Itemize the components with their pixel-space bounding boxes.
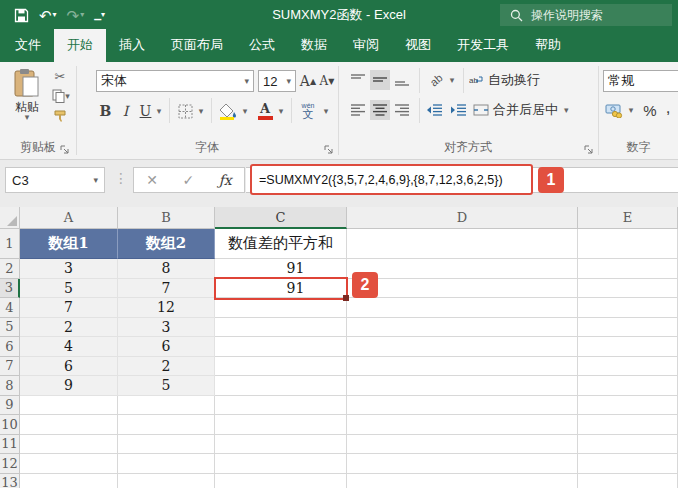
row-header-11[interactable]: 11 — [0, 435, 20, 455]
cell-E4[interactable] — [578, 298, 678, 318]
cell-D4[interactable] — [347, 298, 578, 318]
borders-button[interactable] — [175, 100, 195, 122]
align-middle-button[interactable] — [370, 70, 390, 90]
fill-color-button[interactable] — [217, 100, 239, 122]
cut-button[interactable]: ✂ — [50, 68, 70, 84]
cell-B9[interactable] — [118, 396, 215, 416]
cell-C5[interactable] — [215, 318, 347, 338]
cell-E8[interactable] — [578, 376, 678, 396]
row-header-12[interactable]: 12 — [0, 454, 20, 474]
font-color-button[interactable]: A — [255, 100, 275, 122]
cell-D12[interactable] — [347, 454, 578, 474]
cell-D13[interactable] — [347, 474, 578, 488]
percent-style-button[interactable]: % — [641, 100, 659, 120]
cell-E1[interactable] — [578, 229, 678, 259]
phonetic-guide-button[interactable]: wén 文 — [297, 99, 319, 123]
increase-indent-button[interactable] — [447, 100, 469, 120]
cell-E2[interactable] — [578, 259, 678, 279]
customize-qat-button[interactable]: ▁▾ — [94, 11, 105, 20]
font-name-combo[interactable]: 宋体▾ — [96, 70, 254, 92]
row-header-5[interactable]: 5 — [0, 318, 20, 338]
cell-D2[interactable] — [347, 259, 578, 279]
row-header-10[interactable]: 10 — [0, 415, 20, 435]
cell-A5[interactable]: 2 — [20, 318, 118, 338]
tab-insert[interactable]: 插入 — [106, 29, 158, 62]
cell-C13[interactable] — [215, 474, 347, 488]
enter-button[interactable]: ✓ — [182, 172, 194, 188]
cell-D8[interactable] — [347, 376, 578, 396]
cell-E12[interactable] — [578, 454, 678, 474]
row-header-3[interactable]: 3 — [0, 279, 20, 299]
cell-D9[interactable] — [347, 396, 578, 416]
cell-C11[interactable] — [215, 435, 347, 455]
cell-E10[interactable] — [578, 415, 678, 435]
tab-formulas[interactable]: 公式 — [236, 29, 288, 62]
cell-A10[interactable] — [20, 415, 118, 435]
row-header-9[interactable]: 9 — [0, 396, 20, 416]
cell-D11[interactable] — [347, 435, 578, 455]
borders-dropdown[interactable]: ▾ — [196, 100, 206, 122]
cell-B1[interactable]: 数组2 — [118, 229, 215, 259]
cell-C7[interactable] — [215, 357, 347, 377]
tab-file[interactable]: 文件 — [2, 29, 54, 62]
name-box-dropdown[interactable]: ▾ — [93, 175, 98, 185]
cell-A4[interactable]: 7 — [20, 298, 118, 318]
paste-button[interactable]: 粘贴 ▾ — [8, 66, 46, 124]
decrease-indent-button[interactable] — [423, 100, 445, 120]
cell-D5[interactable] — [347, 318, 578, 338]
align-left-button[interactable] — [348, 100, 368, 120]
cell-A11[interactable] — [20, 435, 118, 455]
cell-D7[interactable] — [347, 357, 578, 377]
cell-E11[interactable] — [578, 435, 678, 455]
row-header-2[interactable]: 2 — [0, 259, 20, 279]
cell-B6[interactable]: 6 — [118, 337, 215, 357]
cell-E6[interactable] — [578, 337, 678, 357]
underline-button[interactable]: U — [137, 100, 154, 122]
orientation-dropdown[interactable]: ▾ — [447, 70, 457, 90]
undo-button[interactable]: ↶▾ — [39, 8, 57, 23]
decrease-font-button[interactable]: A▼ — [318, 70, 336, 92]
name-box[interactable]: C3 ▾ — [5, 167, 105, 193]
italic-button[interactable]: I — [117, 100, 134, 122]
cell-D3[interactable] — [347, 279, 578, 299]
tab-view[interactable]: 视图 — [392, 29, 444, 62]
font-dialog-launcher[interactable] — [324, 145, 334, 155]
orientation-button[interactable]: ab — [425, 70, 447, 90]
cell-C8[interactable] — [215, 376, 347, 396]
cell-B10[interactable] — [118, 415, 215, 435]
cell-C9[interactable] — [215, 396, 347, 416]
row-header-8[interactable]: 8 — [0, 376, 20, 396]
save-icon[interactable] — [14, 8, 29, 23]
cell-A6[interactable]: 4 — [20, 337, 118, 357]
tab-help[interactable]: 帮助 — [522, 29, 574, 62]
cell-E13[interactable] — [578, 474, 678, 488]
cell-B4[interactable]: 12 — [118, 298, 215, 318]
cell-D10[interactable] — [347, 415, 578, 435]
cell-E9[interactable] — [578, 396, 678, 416]
cell-A12[interactable] — [20, 454, 118, 474]
tab-data[interactable]: 数据 — [288, 29, 340, 62]
column-header-C[interactable]: C — [215, 207, 347, 229]
underline-dropdown[interactable]: ▾ — [154, 100, 164, 122]
cell-A7[interactable]: 6 — [20, 357, 118, 377]
cell-C1[interactable]: 数值差的平方和 — [215, 229, 347, 259]
number-format-combo[interactable]: 常规 — [603, 70, 678, 92]
cell-B11[interactable] — [118, 435, 215, 455]
row-header-7[interactable]: 7 — [0, 357, 20, 377]
cell-B12[interactable] — [118, 454, 215, 474]
select-all-corner[interactable] — [0, 207, 20, 229]
cell-B2[interactable]: 8 — [118, 259, 215, 279]
merge-center-button[interactable]: 合并后居中 ▾ — [473, 100, 591, 120]
cell-C2[interactable]: 91 — [215, 259, 347, 279]
accounting-format-button[interactable] — [603, 100, 625, 120]
increase-font-button[interactable]: A▲ — [299, 70, 317, 92]
insert-function-button[interactable]: ƒx — [219, 172, 232, 188]
column-header-A[interactable]: A — [20, 207, 118, 229]
cell-C12[interactable] — [215, 454, 347, 474]
clipboard-dialog-launcher[interactable] — [60, 145, 70, 155]
column-header-D[interactable]: D — [347, 207, 578, 229]
cell-D1[interactable] — [347, 229, 578, 259]
column-header-E[interactable]: E — [578, 207, 678, 229]
cell-D6[interactable] — [347, 337, 578, 357]
row-header-4[interactable]: 4 — [0, 298, 20, 318]
